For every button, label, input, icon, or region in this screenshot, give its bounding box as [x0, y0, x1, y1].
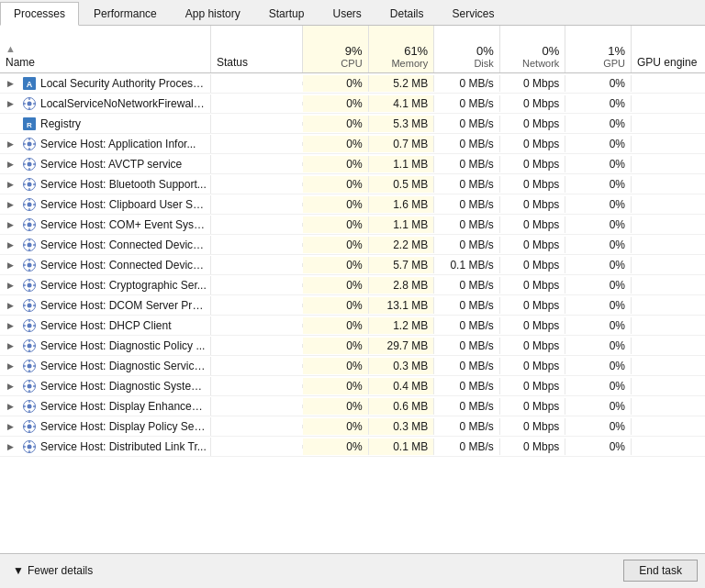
cell-disk: 0 MB/s	[434, 277, 500, 294]
cell-gpu: 0%	[565, 297, 632, 314]
process-icon	[22, 419, 37, 434]
fewer-details-button[interactable]: ▼ Fewer details	[7, 560, 98, 581]
expand-icon[interactable]: ▶	[7, 220, 18, 229]
cell-memory: 0.3 MB	[369, 418, 435, 435]
svg-rect-68	[24, 325, 27, 326]
cell-cpu: 0%	[303, 317, 369, 334]
table-row[interactable]: ▶ Service Host: Distributed Link Tr... 0…	[0, 437, 705, 457]
cell-disk: 0 MB/s	[434, 297, 500, 314]
tab-services[interactable]: Services	[439, 2, 509, 25]
process-icon	[22, 338, 37, 353]
svg-point-59	[28, 303, 32, 307]
cell-gpu: 0%	[565, 378, 632, 394]
tab-app-history[interactable]: App history	[172, 2, 254, 25]
expand-icon[interactable]: ▶	[7, 442, 18, 451]
col-header-disk[interactable]: 0% Disk	[434, 26, 500, 72]
cell-status	[211, 162, 303, 166]
svg-rect-90	[28, 400, 29, 403]
tab-performance[interactable]: Performance	[80, 2, 171, 25]
tab-users[interactable]: Users	[319, 2, 375, 25]
table-row[interactable]: ▶ A Local Security Authority Process... …	[0, 73, 705, 94]
expand-icon[interactable]: ▶	[7, 422, 18, 431]
tab-startup[interactable]: Startup	[255, 2, 319, 25]
table-row[interactable]: ▶ Service Host: Connected Device... 0% 5…	[0, 255, 705, 275]
expand-icon[interactable]: ▶	[7, 341, 18, 350]
expand-icon[interactable]: ▶	[7, 321, 18, 330]
col-header-name[interactable]: ▲ Name	[0, 26, 211, 72]
cell-name: ▶ Service Host: COM+ Event Syste...	[0, 216, 211, 234]
col-header-network[interactable]: 0% Network	[500, 26, 566, 72]
tab-details[interactable]: Details	[376, 2, 438, 25]
col-header-gpu-engine[interactable]: GPU engine	[632, 26, 705, 72]
expand-icon[interactable]: ▶	[7, 139, 18, 149]
table-row[interactable]: ▶ Service Host: AVCTP service 0% 1.1 MB …	[0, 154, 705, 174]
table-row[interactable]: ▶ Service Host: DCOM Server Proc... 0% 1…	[0, 295, 705, 316]
cell-disk: 0 MB/s	[434, 338, 500, 354]
cell-name: ▶ Service Host: Diagnostic Policy ...	[0, 337, 211, 355]
cell-gpu: 0%	[565, 156, 632, 172]
expand-icon[interactable]: ▶	[7, 99, 18, 108]
table-row[interactable]: ▶ Service Host: Diagnostic Policy ... 0%…	[0, 336, 705, 356]
cell-network: 0 Mbps	[500, 75, 566, 92]
expand-icon[interactable]: ▶	[7, 240, 18, 250]
cell-disk: 0 MB/s	[434, 398, 500, 415]
cell-memory: 0.3 MB	[369, 358, 435, 374]
svg-rect-42	[28, 239, 29, 241]
col-header-cpu[interactable]: 9% CPU	[303, 26, 369, 72]
name-column-label: Name	[6, 56, 35, 69]
expand-icon[interactable]: ▶	[7, 361, 18, 371]
cell-status	[211, 263, 303, 267]
col-header-status[interactable]: Status	[211, 26, 303, 72]
svg-rect-66	[28, 319, 29, 322]
process-name: LocalServiceNoNetworkFirewall ...	[40, 97, 207, 110]
table-row[interactable]: R Registry 0% 5.3 MB 0 MB/s 0 Mbps 0%	[0, 114, 705, 134]
table-row[interactable]: ▶ Service Host: Bluetooth Support... 0% …	[0, 174, 705, 194]
cell-network: 0 Mbps	[500, 216, 566, 233]
cell-cpu: 0%	[303, 176, 369, 193]
svg-rect-74	[24, 345, 27, 346]
expand-icon[interactable]: ▶	[7, 79, 18, 88]
process-name: Service Host: Display Policy Serv...	[40, 420, 207, 433]
table-row[interactable]: ▶ Service Host: Application Infor... 0% …	[0, 134, 705, 154]
cell-name: ▶ Service Host: Connected Device...	[0, 236, 211, 254]
expand-icon[interactable]: ▶	[7, 180, 18, 189]
table-row[interactable]: ▶ Service Host: DHCP Client 0% 1.2 MB 0 …	[0, 316, 705, 336]
table-row[interactable]: ▶ Service Host: Diagnostic System... 0% …	[0, 376, 705, 396]
table-row[interactable]: ▶ Service Host: Cryptographic Ser... 0% …	[0, 275, 705, 295]
table-row[interactable]: ▶ Service Host: Diagnostic Service... 0%…	[0, 356, 705, 376]
cell-network: 0 Mbps	[500, 116, 566, 132]
col-header-memory[interactable]: 61% Memory	[369, 26, 435, 72]
cell-network: 0 Mbps	[500, 277, 566, 294]
end-task-button[interactable]: End task	[623, 560, 698, 582]
table-row[interactable]: ▶ Service Host: Clipboard User Ser... 0%…	[0, 194, 705, 215]
svg-point-47	[28, 262, 32, 267]
table-row[interactable]: ▶ LocalServiceNoNetworkFirewall ... 0% 4…	[0, 94, 705, 114]
table-row[interactable]: ▶ Service Host: Display Enhancem... 0% 0…	[0, 396, 705, 416]
process-name: Service Host: Connected Device...	[40, 259, 207, 272]
cell-memory: 1.1 MB	[369, 216, 435, 233]
svg-rect-102	[28, 440, 29, 443]
svg-rect-43	[28, 249, 29, 251]
expand-icon[interactable]: ▶	[7, 160, 18, 169]
expand-icon[interactable]: ▶	[7, 301, 18, 310]
expand-icon[interactable]: ▶	[7, 281, 18, 290]
svg-rect-26	[24, 183, 27, 184]
table-row[interactable]: ▶ Service Host: Display Policy Serv... 0…	[0, 416, 705, 437]
process-name: Service Host: Distributed Link Tr...	[40, 440, 207, 453]
sort-icon: ▲	[6, 43, 16, 54]
expand-icon[interactable]: ▶	[7, 200, 18, 209]
table-row[interactable]: ▶ Service Host: Connected Device... 0% 2…	[0, 235, 705, 255]
expand-icon[interactable]: ▶	[7, 402, 18, 411]
cell-gpu-engine	[632, 162, 705, 166]
tab-processes[interactable]: Processes	[0, 2, 79, 26]
cell-status	[211, 283, 303, 287]
process-table-body[interactable]: ▶ A Local Security Authority Process... …	[0, 73, 705, 553]
cell-disk: 0 MB/s	[434, 216, 500, 233]
expand-icon[interactable]: ▶	[7, 261, 18, 270]
col-header-gpu[interactable]: 1% GPU	[565, 26, 632, 72]
process-name: Service Host: COM+ Event Syste...	[40, 218, 207, 231]
svg-rect-31	[28, 208, 29, 211]
table-row[interactable]: ▶ Service Host: COM+ Event Syste... 0% 1…	[0, 215, 705, 235]
expand-icon[interactable]: ▶	[7, 382, 18, 391]
cell-cpu: 0%	[303, 216, 369, 233]
